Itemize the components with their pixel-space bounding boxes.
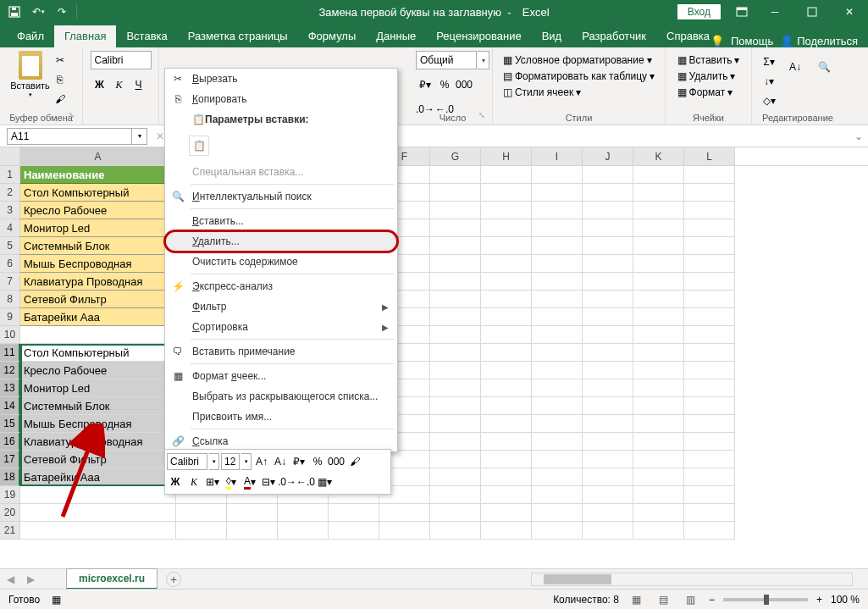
cell[interactable] <box>481 219 532 237</box>
redo-icon[interactable]: ↷ <box>51 2 73 22</box>
cell[interactable] <box>583 433 633 451</box>
cell[interactable] <box>481 291 532 308</box>
mini-merge-icon[interactable]: ⊟▾ <box>260 473 277 490</box>
zoom-slider[interactable] <box>723 598 808 601</box>
cell[interactable] <box>481 468 532 486</box>
close-button[interactable]: ✕ <box>831 0 868 24</box>
cancel-formula-icon[interactable]: ✕ <box>156 130 164 142</box>
cell[interactable] <box>430 219 481 237</box>
cell[interactable] <box>532 237 583 255</box>
view-page-break-icon[interactable]: ▥ <box>682 592 700 607</box>
ctx-сортировка[interactable]: Сортировка▶ <box>165 317 397 337</box>
cell-styles-button[interactable]: ◫Стили ячеек ▾ <box>500 85 584 100</box>
cell[interactable] <box>633 451 684 468</box>
row-header[interactable]: 16 <box>0 433 20 451</box>
cell[interactable] <box>532 202 583 219</box>
cell[interactable] <box>532 219 583 237</box>
underline-button[interactable]: Ч <box>130 75 148 94</box>
minimize-button[interactable]: ─ <box>756 0 793 24</box>
cell[interactable] <box>684 468 735 486</box>
cell[interactable] <box>583 379 633 397</box>
cell[interactable]: Сетевой Фильтр <box>20 291 176 308</box>
ctx-вставить-[interactable]: Вставить... <box>165 211 397 231</box>
cell[interactable] <box>481 362 532 379</box>
cell[interactable] <box>430 504 481 522</box>
cell[interactable] <box>583 291 633 308</box>
maximize-button[interactable] <box>793 0 831 24</box>
cell[interactable] <box>583 468 633 486</box>
tab-insert[interactable]: Вставка <box>116 25 177 47</box>
cell[interactable] <box>20 326 176 344</box>
tab-developer[interactable]: Разработчик <box>572 25 656 47</box>
cell[interactable]: Батарейки Aaa <box>20 468 176 486</box>
cell[interactable] <box>481 415 532 433</box>
row-header[interactable]: 21 <box>0 522 20 540</box>
cell[interactable] <box>481 202 532 219</box>
mini-format-painter-icon[interactable]: 🖌 <box>346 453 363 470</box>
ctx-копировать[interactable]: ⎘Копировать <box>165 89 397 109</box>
cell[interactable] <box>684 344 735 362</box>
cell[interactable] <box>430 415 481 433</box>
cell[interactable] <box>583 255 633 273</box>
new-sheet-button[interactable]: + <box>166 572 181 587</box>
cell[interactable] <box>532 522 583 540</box>
sheet-prev-icon[interactable]: ◀ <box>0 569 20 590</box>
horizontal-scrollbar[interactable] <box>531 573 853 586</box>
cell[interactable] <box>684 486 735 504</box>
cell[interactable] <box>684 291 735 308</box>
italic-button[interactable]: К <box>110 75 129 94</box>
cell[interactable] <box>633 166 684 184</box>
cell[interactable]: Монитор Led <box>20 219 176 237</box>
row-header[interactable]: 4 <box>0 219 20 237</box>
cell[interactable] <box>583 166 633 184</box>
col-header-I[interactable]: I <box>532 147 583 165</box>
row-header[interactable]: 17 <box>0 451 20 468</box>
cell[interactable] <box>684 379 735 397</box>
cell[interactable] <box>633 273 684 291</box>
tab-page-layout[interactable]: Разметка страницы <box>178 25 298 47</box>
ctx-вставить-примечание[interactable]: 🗨Вставить примечание <box>165 341 397 362</box>
cell[interactable] <box>379 504 430 522</box>
mini-font-drop[interactable]: ▾ <box>209 453 219 470</box>
autosum-icon[interactable]: Σ▾ <box>760 53 778 71</box>
cell[interactable] <box>684 415 735 433</box>
col-header-G[interactable]: G <box>430 147 481 165</box>
cut-icon[interactable]: ✂ <box>51 51 69 69</box>
ctx-удалить-[interactable]: Удалить... <box>165 231 397 252</box>
cell[interactable] <box>532 468 583 486</box>
row-header[interactable]: 1 <box>0 166 20 184</box>
cell[interactable] <box>633 468 684 486</box>
cell[interactable]: Кресло Рабочее <box>20 202 176 219</box>
row-header[interactable]: 18 <box>0 468 20 486</box>
cell[interactable]: Клавиатура Проводная <box>20 273 176 291</box>
tab-file[interactable]: Файл <box>7 25 54 47</box>
cell[interactable] <box>481 308 532 326</box>
row-header[interactable]: 19 <box>0 486 20 504</box>
cell[interactable] <box>176 522 227 540</box>
cell[interactable] <box>583 308 633 326</box>
paste-option-values[interactable]: 📋 <box>189 136 209 156</box>
zoom-level[interactable]: 100 % <box>831 594 860 606</box>
tab-view[interactable]: Вид <box>532 25 572 47</box>
cell[interactable] <box>532 451 583 468</box>
clear-icon[interactable]: ◇▾ <box>760 91 778 110</box>
format-as-table-button[interactable]: ▤Форматировать как таблицу ▾ <box>500 69 658 84</box>
cell[interactable] <box>20 504 176 522</box>
cell[interactable] <box>633 255 684 273</box>
cell[interactable] <box>684 397 735 415</box>
cell[interactable] <box>430 397 481 415</box>
cell[interactable] <box>684 326 735 344</box>
cell[interactable] <box>430 433 481 451</box>
cell[interactable] <box>633 202 684 219</box>
cell[interactable] <box>176 504 227 522</box>
cell[interactable]: Монитор Led <box>20 379 176 397</box>
insert-cells-button[interactable]: ▦ Вставить ▾ <box>674 53 744 68</box>
cell[interactable] <box>583 397 633 415</box>
cell[interactable] <box>430 486 481 504</box>
cell[interactable] <box>430 291 481 308</box>
cell[interactable]: Системный Блок <box>20 237 176 255</box>
cell[interactable] <box>684 273 735 291</box>
row-header[interactable]: 11 <box>0 344 20 362</box>
row-header[interactable]: 8 <box>0 291 20 308</box>
mini-comma-icon[interactable]: 000 <box>328 453 345 470</box>
